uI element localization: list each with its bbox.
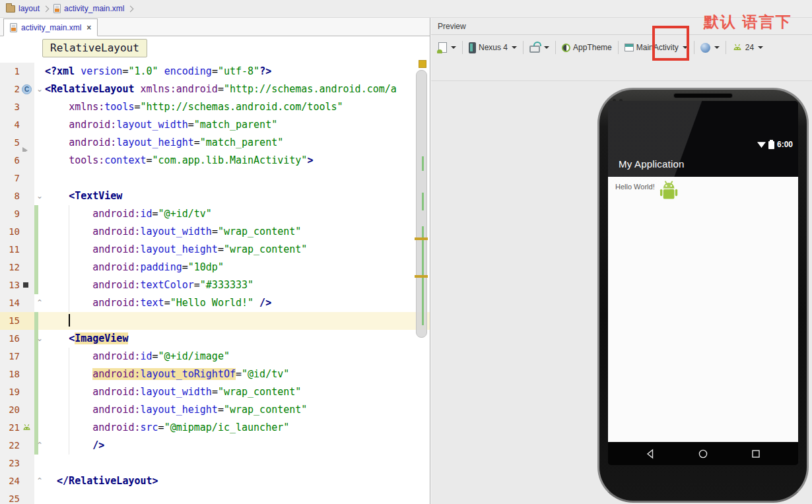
line-number: 7 [0, 170, 20, 187]
gutter: 19 [0, 383, 34, 401]
chevron-right-icon [127, 5, 134, 12]
gutter: 10 [0, 223, 34, 241]
gutter: 24 [0, 472, 34, 490]
line-number: 5 [0, 134, 20, 152]
fold-marker[interactable]: ⌄ [36, 330, 44, 348]
line-number: 22 [0, 437, 20, 455]
code-line-13[interactable]: 13 android:textColor="#333333" [0, 276, 430, 294]
code-line-3[interactable]: 3 xmlns:tools="http://schemas.android.co… [0, 98, 430, 116]
code-line-15[interactable]: 15 [0, 312, 430, 330]
theme-icon [562, 44, 570, 52]
line-number: 11 [0, 241, 20, 259]
code-line-14[interactable]: 14⌃ android:text="Hello World!" /> [0, 294, 430, 312]
wifi-icon [757, 141, 766, 148]
toolbar-separator [694, 41, 694, 54]
code-text: <TextView [45, 187, 430, 205]
tab-label: activity_main.xml [21, 23, 81, 32]
code-line-8[interactable]: 8⌄ <TextView [0, 187, 430, 205]
code-line-20[interactable]: 20 android:layout_height="wrap_content" [0, 401, 430, 419]
fold-marker[interactable]: ⌃ [36, 472, 44, 490]
code-line-21[interactable]: 21 android:src="@mipmap/ic_launcher" [0, 419, 430, 437]
screen-black-area [608, 101, 798, 137]
line-number: 16 [0, 330, 20, 348]
fold-marker[interactable]: ⌃ [36, 437, 44, 455]
code-line-4[interactable]: 4 android:layout_width="match_parent" [0, 116, 430, 134]
android-robot-icon [657, 179, 681, 204]
code-line-19[interactable]: 19 android:layout_width="wrap_content" [0, 383, 430, 401]
code-text: android:id="@+id/image" [45, 348, 430, 365]
gutter: 15 [0, 312, 34, 330]
theme-selector-button[interactable]: AppTheme [558, 39, 615, 56]
locale-selector-button[interactable] [697, 39, 723, 56]
vcs-change-bar [34, 348, 38, 365]
code-line-11[interactable]: 11 android:layout_height="wrap_content" [0, 241, 430, 259]
code-text: android:layout_height="match_parent" [45, 134, 430, 152]
vcs-change-bar [34, 259, 38, 276]
code-line-2[interactable]: 2C⌄<RelativeLayout xmlns:android="http:/… [0, 80, 430, 98]
inspection-status-icon[interactable] [419, 60, 426, 68]
chevron-down-icon [512, 46, 517, 49]
android-head-icon [732, 43, 743, 52]
code-line-6[interactable]: 6 tools:context="com.app.lib.MainActivit… [0, 152, 430, 170]
line-number: 14 [0, 294, 20, 312]
code-line-5[interactable]: 5 android:layout_height="match_parent" [0, 134, 430, 152]
gutter: 20 [0, 401, 34, 419]
code-line-24[interactable]: 24⌃ </RelativeLayout> [0, 472, 430, 490]
vcs-change-bar [34, 419, 38, 437]
code-line-1[interactable]: 1<?xml version="1.0" encoding="utf-8"?> [0, 63, 430, 80]
activity-icon [625, 44, 634, 51]
code-line-16[interactable]: 16⌄ <ImageView [0, 330, 430, 348]
code-text: <ImageView [45, 330, 430, 348]
context-class-icon[interactable]: C [22, 84, 32, 94]
vcs-change-bar [34, 223, 38, 241]
android-resource-icon[interactable] [22, 423, 32, 433]
action-bar-title: My Application [608, 152, 798, 177]
code-lines: 1<?xml version="1.0" encoding="utf-8"?>2… [0, 63, 430, 504]
code-line-22[interactable]: 22⌃ /> [0, 437, 430, 455]
tag-breadcrumb[interactable]: RelativeLayout [42, 39, 147, 57]
code-line-25[interactable]: 25 [0, 490, 430, 504]
line-number: 25 [0, 490, 20, 504]
code-text: android:layout_width="match_parent" [45, 116, 430, 134]
fold-marker[interactable]: ⌄ [36, 80, 44, 98]
gutter: 5 [0, 134, 34, 152]
code-line-7[interactable]: 7 [0, 170, 430, 187]
vcs-change-bar [34, 312, 38, 330]
xml-file-icon [10, 23, 17, 32]
breadcrumb-item-activity-main[interactable]: activity_main.xml [52, 4, 125, 13]
breadcrumb-label: activity_main.xml [64, 4, 124, 13]
marker-square-icon[interactable] [23, 282, 28, 288]
code-line-18[interactable]: 18 android:layout_toRightOf="@id/tv" [0, 365, 430, 383]
fold-marker[interactable]: ⌄ [36, 187, 44, 205]
code-text: android:layout_toRightOf="@id/tv" [45, 365, 430, 383]
code-text: </RelativeLayout> [45, 472, 430, 490]
code-line-17[interactable]: 17 android:id="@+id/image" [0, 348, 430, 365]
status-time: 6:00 [777, 140, 793, 149]
line-number: 12 [0, 259, 20, 276]
warning-stripe-mark[interactable] [415, 237, 428, 240]
api-version-button[interactable]: 24 [729, 39, 766, 56]
nav-back-icon [645, 449, 656, 459]
device-selector-button[interactable]: Nexus 4 [465, 39, 520, 56]
text-caret [69, 314, 70, 327]
code-line-12[interactable]: 12 android:padding="10dp" [0, 259, 430, 276]
layout-variant-button[interactable] [435, 39, 459, 56]
fold-marker[interactable]: ⌃ [36, 294, 44, 312]
warning-stripe-mark[interactable] [415, 275, 428, 278]
gutter: 6 [0, 152, 34, 170]
close-icon[interactable]: × [86, 23, 91, 32]
orientation-button[interactable] [526, 39, 553, 56]
chevron-down-icon [544, 46, 549, 49]
gutter: 13 [0, 276, 34, 294]
vcs-stripe-mark [422, 156, 424, 171]
code-text: xmlns:tools="http://schemas.android.com/… [45, 98, 430, 116]
breadcrumb-item-layout[interactable]: layout [5, 4, 41, 13]
vcs-change-bar [34, 241, 38, 259]
code-line-9[interactable]: 9 android:id="@+id/tv" [0, 205, 430, 223]
code-line-23[interactable]: 23 [0, 455, 430, 472]
tab-activity-main-xml[interactable]: activity_main.xml × [3, 18, 98, 36]
hello-world-text: Hello World! [615, 183, 655, 191]
code-line-10[interactable]: 10 android:layout_width="wrap_content" [0, 223, 430, 241]
gutter: 12 [0, 259, 34, 276]
code-editor[interactable]: RelativeLayout 1<?xml version="1.0" enco… [0, 36, 430, 504]
